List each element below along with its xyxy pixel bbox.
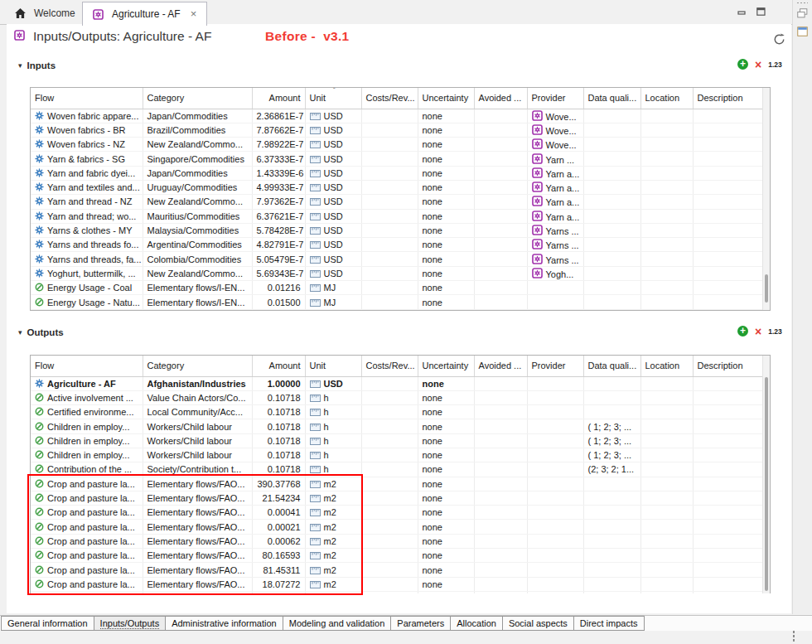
bottom-tab-modeling-and-validation[interactable]: Modeling and validation: [283, 616, 392, 631]
scale-button[interactable]: 1.23: [768, 61, 782, 69]
table-row[interactable]: Yarn and thread - NZNew Zealand/Commo...…: [31, 195, 765, 209]
table-row[interactable]: Children in employ...Workers/Child labou…: [31, 433, 765, 448]
process-icon: [532, 167, 543, 178]
bottom-tab-general-information[interactable]: General information: [1, 616, 94, 631]
bottom-tab-inputs-outputs[interactable]: Inputs/Outputs: [94, 616, 167, 631]
add-button[interactable]: +: [737, 326, 748, 337]
table-row[interactable]: Yarns and threads, fa...Colombia/Commodi…: [31, 252, 765, 266]
ruler-icon: [310, 438, 321, 445]
column-header-amount[interactable]: Amount: [252, 356, 305, 376]
bottom-tab-administrative-information[interactable]: Administrative information: [165, 616, 283, 631]
ruler-icon: [310, 241, 321, 249]
remove-button[interactable]: ×: [755, 60, 761, 70]
table-row[interactable]: Yarn & fabrics - SGSingapore/Commodities…: [31, 152, 765, 166]
outputs-section-header: ▾ Outputs: [18, 327, 64, 337]
table-row[interactable]: Yarn and fabric dyei...Japan/Commodities…: [31, 166, 765, 180]
table-row[interactable]: Children in employ...Workers/Child labou…: [31, 448, 765, 462]
column-header-description[interactable]: Description: [693, 88, 765, 109]
bottom-tab-direct-impacts[interactable]: Direct impacts: [573, 616, 645, 631]
column-header-amount[interactable]: Amount: [252, 88, 305, 109]
process-icon: [532, 225, 543, 235]
drag-handle[interactable]: [796, 2, 808, 4]
elementary-flow-icon: [35, 407, 44, 416]
table-row[interactable]: Crop and pasture la...Elementary flows/F…: [31, 506, 765, 520]
elementary-flow-icon: [35, 536, 44, 545]
minimize-icon[interactable]: [737, 7, 747, 16]
overflow-grip-icon[interactable]: [792, 630, 795, 642]
scrollbar-thumb[interactable]: [765, 377, 768, 591]
remove-button[interactable]: ×: [755, 327, 761, 337]
inputs-table[interactable]: FlowCategoryAmountUnitˇCosts/Rev...Uncer…: [30, 87, 771, 311]
collapse-icon[interactable]: ▾: [18, 328, 22, 337]
elementary-flow-icon: [35, 522, 44, 531]
table-row[interactable]: Crop and pasture la...Elementary flows/F…: [31, 577, 765, 591]
table-row[interactable]: Crop and pasture la...Elementary flows/F…: [31, 549, 765, 563]
bottom-tab-social-aspects[interactable]: Social aspects: [502, 616, 574, 631]
table-row[interactable]: Yoghurt, buttermilk, ...New Zealand/Comm…: [31, 266, 765, 280]
column-header-data-quali[interactable]: Data quali...: [583, 356, 640, 376]
column-header-category[interactable]: Category: [143, 88, 252, 109]
column-header-provider[interactable]: Provider: [527, 356, 583, 376]
table-row[interactable]: Certified environme...Local Community/Ac…: [31, 405, 765, 419]
table-row[interactable]: Energy Usage - CoalElementary flows/I-EN…: [31, 281, 765, 295]
column-header-provider[interactable]: Provider: [527, 88, 583, 109]
column-header-avoided[interactable]: Avoided ...: [474, 88, 527, 109]
column-header-location[interactable]: Location: [640, 356, 693, 376]
close-icon[interactable]: ×: [191, 10, 197, 18]
maximize-icon[interactable]: [756, 7, 766, 16]
table-row[interactable]: Energy Usage - Natu...Elementary flows/I…: [31, 295, 765, 309]
column-header-flow[interactable]: Flow: [31, 88, 143, 109]
tab-agriculture[interactable]: Agriculture - AF ×: [82, 2, 207, 26]
table-row[interactable]: Crop and pasture la...Elementary flows/F…: [31, 520, 765, 534]
elementary-flow-icon: [35, 298, 44, 307]
scale-button[interactable]: 1.23: [768, 327, 782, 336]
column-header-uncertainty[interactable]: Uncertainty: [418, 88, 474, 109]
elementary-flow-icon: [35, 436, 44, 445]
column-header-location[interactable]: Location: [640, 88, 693, 109]
column-header-unit[interactable]: Unitˇ: [305, 88, 361, 109]
column-header-costs-rev[interactable]: Costs/Rev...: [361, 88, 418, 109]
bottom-tab-allocation[interactable]: Allocation: [450, 616, 503, 631]
ruler-icon: [310, 380, 321, 388]
table-row[interactable]: Yarns & clothes - MYMalaysia/Commodities…: [31, 223, 765, 237]
outputs-scrollbar[interactable]: [762, 356, 770, 593]
restore-views-icon[interactable]: [797, 8, 808, 18]
scrollbar-thumb[interactable]: [765, 274, 768, 303]
table-row[interactable]: Yarn and thread; wo...Mauritius/Commodit…: [31, 209, 765, 223]
table-row[interactable]: Crop and pasture la...Elementary flows/F…: [31, 491, 765, 505]
inputs-scrollbar[interactable]: [762, 88, 770, 310]
ruler-icon: [310, 270, 321, 278]
product-flow-icon: [35, 182, 44, 191]
refresh-icon[interactable]: [773, 33, 785, 46]
bottom-tab-parameters[interactable]: Parameters: [390, 616, 451, 631]
table-row[interactable]: Crop and pasture la...Elementary flows/F…: [31, 563, 765, 577]
table-row[interactable]: Woven fabrics - BRBrazil/Commodities7.87…: [31, 123, 765, 137]
table-row[interactable]: Crop and pasture la...Elementary flows/F…: [31, 534, 765, 548]
column-header-unit[interactable]: Unit: [305, 356, 361, 376]
product-flow-icon: [35, 111, 44, 120]
outputs-table[interactable]: FlowCategoryAmountUnitCosts/Rev...Uncert…: [30, 355, 771, 593]
window-controls: [737, 7, 766, 16]
column-header-description[interactable]: Description: [693, 356, 765, 376]
table-row[interactable]: Woven fabrics - NZNew Zealand/Commo...7.…: [31, 138, 765, 152]
table-row[interactable]: Yarn and textiles and...Uruguay/Commodit…: [31, 180, 765, 194]
table-row[interactable]: Children in employ...Workers/Child labou…: [31, 419, 765, 433]
tab-welcome[interactable]: Welcome: [5, 3, 85, 23]
table-row[interactable]: Yarns and threads fo...Argentina/Commodi…: [31, 238, 765, 252]
column-header-category[interactable]: Category: [143, 356, 252, 376]
table-row[interactable]: Crop and pasture la...Elementary flows/F…: [31, 477, 765, 491]
column-header-avoided[interactable]: Avoided ...: [474, 356, 527, 376]
table-row[interactable]: Contribution of the ...Society/Contribut…: [31, 462, 765, 477]
ruler-icon: [310, 227, 321, 235]
editor-view-icon[interactable]: [797, 27, 808, 36]
collapse-icon[interactable]: ▾: [18, 61, 22, 70]
table-row[interactable]: Agriculture - AFAfghanistan/Industries1.…: [31, 376, 765, 390]
column-header-costs-rev[interactable]: Costs/Rev...: [361, 356, 418, 376]
table-row[interactable]: Active involvement ...Value Chain Actors…: [31, 390, 765, 404]
add-button[interactable]: +: [737, 59, 748, 70]
column-header-flow[interactable]: Flow: [31, 356, 143, 376]
table-row[interactable]: Crop and pasture la...Elementary flows/F…: [31, 591, 765, 593]
column-header-uncertainty[interactable]: Uncertainty: [418, 356, 474, 376]
column-header-data-quali[interactable]: Data quali...: [583, 88, 640, 109]
table-row[interactable]: Woven fabric appare...Japan/Commodities2…: [31, 109, 765, 123]
